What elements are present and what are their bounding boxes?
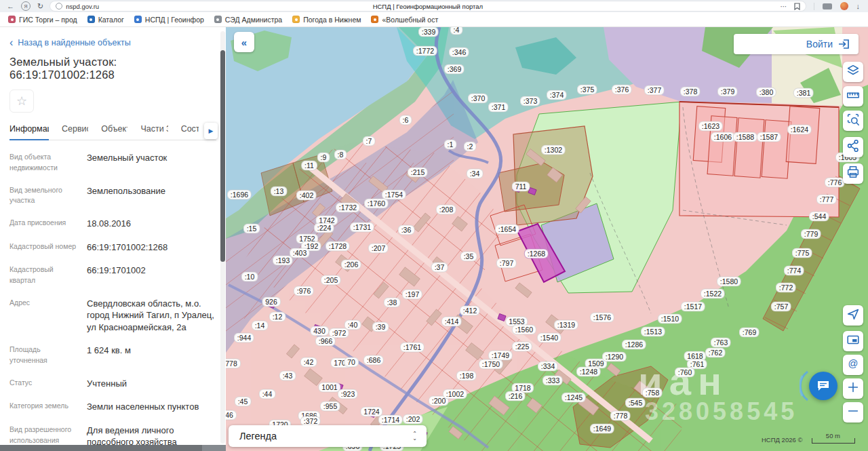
parcel-label[interactable]: :1286 [622, 340, 646, 350]
parcel-label[interactable]: :775 [792, 248, 812, 258]
parcel-label[interactable]: :1513 [641, 327, 665, 337]
profile-avatar[interactable] [840, 2, 848, 10]
parcel-label[interactable]: :4 [450, 27, 463, 35]
parcel-label[interactable]: :11 [301, 161, 317, 171]
parcel-label[interactable]: :1623 [698, 121, 723, 132]
coordinate-search-button[interactable]: @ [843, 355, 863, 375]
parcel-label[interactable]: :369 [444, 64, 465, 75]
parcel-label[interactable]: :1319 [554, 320, 578, 330]
parcel-label[interactable]: :1760 [364, 199, 389, 209]
parcel-label[interactable]: :379 [717, 87, 738, 97]
parcel-label[interactable]: :44 [259, 389, 276, 399]
parcel-label[interactable]: :1576 [590, 313, 614, 323]
parcel-label[interactable]: :15 [243, 224, 260, 234]
ruler-button[interactable] [843, 86, 863, 106]
parcel-label[interactable]: :966 [315, 336, 336, 347]
login-button[interactable]: Войти [734, 34, 859, 54]
parcel-label[interactable]: :45 [235, 397, 252, 407]
parcel-label[interactable]: :197 [402, 290, 422, 300]
parcel-label[interactable]: :39 [372, 322, 389, 332]
legend-toggle-icon[interactable]: ⌃⌄ [412, 431, 427, 441]
parcel-label[interactable]: :10 [241, 272, 258, 282]
parcel-label[interactable]: :8 [334, 150, 347, 160]
parcel-label[interactable]: :13 [271, 187, 288, 197]
panel-scrollbar[interactable] [220, 31, 225, 444]
parcel-label[interactable]: :373 [520, 96, 540, 106]
parcel-label[interactable]: :333 [542, 376, 563, 386]
parcel-label[interactable]: :381 [793, 88, 814, 98]
parcel-label[interactable]: :35 [460, 252, 477, 262]
parcel-label[interactable]: :1772 [413, 46, 437, 56]
parcel-label[interactable]: :1268 [524, 249, 549, 259]
legend-bar[interactable]: Легенда ⌃⌄ [229, 425, 427, 447]
parcel-label[interactable]: :377 [644, 85, 665, 96]
parcel-label[interactable]: :215 [408, 168, 428, 178]
parcel-label[interactable]: 46 [226, 410, 237, 420]
parcel-label[interactable]: :1580 [717, 277, 741, 287]
parcel-label[interactable]: :6 [399, 115, 412, 125]
parcel-label[interactable]: :380 [756, 87, 776, 98]
parcel-label[interactable]: :198 [456, 371, 477, 381]
parcel-label[interactable]: :14 [252, 321, 269, 331]
parcel-label[interactable]: :1761 [400, 342, 425, 353]
bookmark-item[interactable]: Каталог [87, 16, 124, 24]
collapse-panel-button[interactable]: « [234, 32, 254, 52]
parcel-label[interactable]: :205 [321, 275, 341, 286]
layers-button[interactable] [843, 62, 863, 82]
parcel-label[interactable]: :1 [444, 140, 457, 150]
panel-bottom-scrollbar[interactable] [0, 445, 226, 451]
parcel-label[interactable]: :216 [505, 391, 526, 401]
tab-информация[interactable]: Информация [9, 119, 49, 140]
parcel-label[interactable]: :339 [418, 27, 439, 37]
parcel-label[interactable]: :224 [314, 223, 334, 233]
parcel-label[interactable]: :225 [512, 342, 532, 352]
parcel-label[interactable]: :778 [610, 411, 631, 421]
parcel-label[interactable]: :772 [776, 283, 796, 293]
parcel-label[interactable]: :1731 [350, 222, 374, 233]
parcel-label[interactable]: :37 [431, 262, 448, 273]
parcel-label[interactable]: :1649 [590, 424, 614, 434]
parcel-label[interactable]: :1624 [787, 125, 812, 135]
parcel-label[interactable]: :208 [436, 205, 456, 215]
bookmark-item[interactable]: СЭД Администра [214, 16, 282, 24]
tab-соста[interactable]: Соста [181, 119, 199, 140]
parcel-label[interactable]: :38 [384, 298, 401, 308]
parcel-label[interactable]: :1560 [512, 325, 536, 335]
favorite-button[interactable]: ☆ [9, 90, 34, 113]
tab-сервисы[interactable]: Сервисы [62, 119, 88, 140]
parcel-label[interactable]: :1302 [541, 145, 566, 155]
panel-scrollbar-thumb[interactable] [220, 50, 225, 262]
parcel-label[interactable]: :207 [368, 243, 389, 254]
parcel-label[interactable]: :686 [363, 355, 384, 366]
bookmark-item[interactable]: НСПД | Геоинфор [134, 16, 204, 24]
parcel-label[interactable]: :1714 [378, 415, 403, 425]
print-button[interactable] [843, 163, 863, 184]
parcel-label[interactable]: :2 [464, 142, 477, 152]
parcel-label[interactable]: :777 [816, 195, 837, 205]
area-search-button[interactable] [843, 111, 863, 131]
parcel-label[interactable]: 926 [262, 297, 281, 307]
locate-button[interactable] [843, 305, 863, 326]
parcel-label[interactable]: 430 [310, 326, 329, 336]
share-button[interactable] [843, 137, 863, 157]
bookmark-item[interactable]: «Волшебный ост [371, 16, 438, 24]
parcel-label[interactable]: :1290 [602, 352, 627, 362]
parcel-label[interactable]: :403 [290, 248, 310, 258]
parcel-label[interactable]: :545 [625, 398, 646, 408]
more-icon[interactable]: ⋯ [781, 3, 787, 10]
parcel-label[interactable]: :1750 [479, 359, 503, 370]
parcel-label[interactable]: :206 [341, 260, 361, 270]
parcel-label[interactable]: :757 [771, 302, 791, 312]
parcel-label[interactable]: :412 [460, 306, 480, 316]
parcel-label[interactable]: :762 [705, 348, 726, 358]
parcel-label[interactable]: :375 [577, 85, 597, 95]
parcel-label[interactable]: :1540 [537, 333, 561, 343]
bookmark-icon[interactable] [794, 3, 800, 10]
parcel-label[interactable]: :1002 [443, 389, 467, 399]
zoom-out-button[interactable] [843, 402, 863, 423]
tab-части зу[interactable]: Части ЗУ [140, 119, 167, 140]
parcel-label[interactable]: :414 [441, 317, 462, 327]
parcel-label[interactable]: :797 [496, 258, 517, 269]
parcel-label[interactable]: :371 [488, 102, 509, 113]
parcel-label[interactable]: :193 [273, 256, 293, 266]
